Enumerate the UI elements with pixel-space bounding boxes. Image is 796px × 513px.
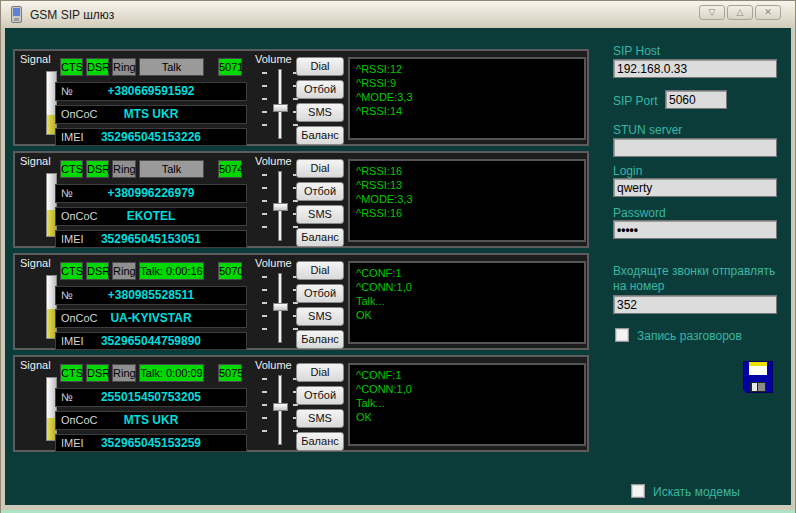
- channel-panel: Signal CTS DSR Ring Talk 5074 № +3809962…: [13, 151, 589, 248]
- channel-panel: Signal CTS DSR Ring Talk: 0:00:09 5075 №…: [13, 355, 589, 452]
- balance-button[interactable]: Баланс: [296, 330, 344, 349]
- main-content: Signal CTS DSR Ring Talk 5071 № +3806695…: [5, 28, 791, 505]
- signal-label: Signal: [20, 257, 51, 269]
- forward-number-input[interactable]: [613, 295, 777, 314]
- app-window: GSM SIP шлюз ▽ △ ✕ Signal CTS DSR Ring T…: [0, 0, 796, 513]
- phone-number-row: № +380996226979: [55, 184, 247, 203]
- sms-button[interactable]: SMS: [296, 307, 344, 326]
- dsr-indicator: DSR: [86, 160, 109, 178]
- phone-number-value: +380996226979: [56, 185, 246, 202]
- volume-label: Volume: [255, 155, 292, 167]
- forward-number-label: Входящте звонки отправлять на номер: [613, 264, 785, 294]
- minimize-button[interactable]: ▽: [699, 5, 725, 20]
- hangup-button[interactable]: Отбой: [296, 80, 344, 99]
- hangup-button[interactable]: Отбой: [296, 284, 344, 303]
- volume-label: Volume: [255, 359, 292, 371]
- operator-value: MTS UKR: [56, 412, 246, 429]
- imei-value: 352965045153226: [56, 129, 246, 146]
- search-modems-checkbox[interactable]: [631, 484, 645, 498]
- signal-level-bar: [46, 377, 57, 441]
- dial-button[interactable]: Dial: [296, 261, 344, 280]
- cts-indicator: CTS: [60, 160, 83, 178]
- maximize-button[interactable]: △: [727, 5, 753, 20]
- volume-slider[interactable]: [259, 375, 301, 445]
- stun-server-label: STUN server: [613, 123, 682, 137]
- phone-number-row: № +380669591592: [55, 82, 247, 101]
- volume-slider[interactable]: [259, 273, 301, 343]
- operator-value: EKOTEL: [56, 208, 246, 225]
- title-bar[interactable]: GSM SIP шлюз ▽ △ ✕: [1, 1, 795, 28]
- sip-extension-badge: 5071: [218, 58, 242, 76]
- modem-terminal-log: ^RSSI:16 ^RSSI:13 ^MODE:3,3 ^RSSI:16: [348, 159, 586, 242]
- cts-indicator: CTS: [60, 364, 83, 382]
- login-label: Login: [613, 164, 642, 178]
- balance-button[interactable]: Баланс: [296, 228, 344, 247]
- channel-panel: Signal CTS DSR Ring Talk 5071 № +3806695…: [13, 49, 589, 146]
- sms-button[interactable]: SMS: [296, 205, 344, 224]
- password-label: Password: [613, 206, 666, 220]
- volume-slider[interactable]: [259, 171, 301, 241]
- volume-thumb[interactable]: [273, 104, 288, 112]
- imei-row: IMEI 352965045153259: [55, 434, 247, 452]
- hangup-button[interactable]: Отбой: [296, 386, 344, 405]
- terminal-line: ^RSSI:12: [356, 62, 578, 76]
- volume-thumb[interactable]: [273, 203, 288, 211]
- volume-slider[interactable]: [259, 69, 301, 139]
- balance-button[interactable]: Баланс: [296, 432, 344, 451]
- operator-row: ОпСоС UA-KYIVSTAR: [55, 309, 247, 328]
- modem-terminal-log: ^CONF:1 ^CONN:1,0 Talk... OK: [348, 261, 586, 344]
- operator-row: ОпСоС MTS UKR: [55, 411, 247, 430]
- dsr-indicator: DSR: [86, 364, 109, 382]
- phone-number-value: +380985528511: [56, 287, 246, 304]
- sms-button[interactable]: SMS: [296, 409, 344, 428]
- talk-indicator: Talk: 0:00:16: [139, 262, 204, 280]
- talk-indicator: Talk: 0:00:09: [139, 364, 204, 382]
- volume-thumb[interactable]: [273, 403, 288, 411]
- dial-button[interactable]: Dial: [296, 363, 344, 382]
- dial-button[interactable]: Dial: [296, 57, 344, 76]
- phone-number-row: № +380985528511: [55, 286, 247, 305]
- search-modems-label: Искать модемы: [653, 485, 740, 499]
- cts-indicator: CTS: [60, 262, 83, 280]
- signal-level-bar: [46, 275, 57, 339]
- sip-extension-badge: 5074: [218, 160, 242, 178]
- record-calls-checkbox[interactable]: [615, 328, 629, 342]
- terminal-line: ^RSSI:14: [356, 104, 578, 118]
- password-input[interactable]: [613, 220, 777, 239]
- dial-button[interactable]: Dial: [296, 159, 344, 178]
- stun-server-input[interactable]: [613, 138, 777, 157]
- volume-label: Volume: [255, 53, 292, 65]
- record-calls-label: Запись разговоров: [637, 329, 742, 343]
- phone-number-row: № 255015450753205: [55, 388, 247, 407]
- balance-button[interactable]: Баланс: [296, 126, 344, 145]
- sms-button[interactable]: SMS: [296, 103, 344, 122]
- sip-extension-badge: 5075: [218, 364, 242, 382]
- operator-row: ОпСоС MTS UKR: [55, 105, 247, 124]
- volume-label: Volume: [255, 257, 292, 269]
- volume-ticks-left: [262, 378, 267, 442]
- ring-indicator: Ring: [112, 160, 136, 178]
- imei-value: 352965045153259: [56, 435, 246, 452]
- imei-value: 352965044759890: [56, 333, 246, 350]
- login-input[interactable]: [613, 178, 777, 197]
- phone-number-value: +380669591592: [56, 83, 246, 100]
- hangup-button[interactable]: Отбой: [296, 182, 344, 201]
- signal-level-bar: [46, 173, 57, 237]
- terminal-line: ^CONN:1,0: [356, 280, 578, 294]
- volume-thumb[interactable]: [273, 303, 288, 311]
- imei-row: IMEI 352965045153226: [55, 128, 247, 146]
- terminal-line: OK: [356, 308, 578, 322]
- sip-host-input[interactable]: [613, 59, 777, 78]
- save-settings-button[interactable]: [743, 361, 773, 393]
- phone-app-icon: [11, 6, 22, 23]
- terminal-line: ^RSSI:13: [356, 178, 578, 192]
- volume-ticks-left: [262, 276, 267, 340]
- signal-label: Signal: [20, 53, 51, 65]
- sip-port-input[interactable]: [665, 90, 727, 109]
- operator-value: UA-KYIVSTAR: [56, 310, 246, 327]
- terminal-line: ^CONN:1,0: [356, 382, 578, 396]
- close-button[interactable]: ✕: [755, 5, 781, 20]
- window-title: GSM SIP шлюз: [30, 8, 114, 22]
- sip-extension-badge: 5070: [218, 262, 242, 280]
- terminal-line: ^MODE:3,3: [356, 90, 578, 104]
